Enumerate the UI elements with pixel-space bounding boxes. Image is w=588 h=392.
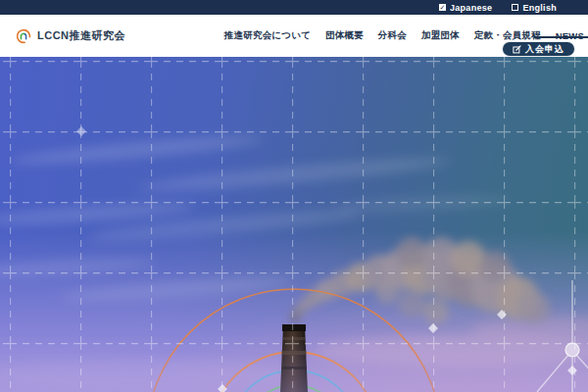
language-toggle-english[interactable]: English — [512, 3, 557, 13]
logo-ring-swirl-icon — [16, 28, 31, 44]
grid-overlay — [0, 57, 588, 392]
logo-text: LCCN推進研究会 — [37, 28, 125, 43]
checkbox-unchecked-icon[interactable] — [512, 4, 518, 11]
checkbox-checked-icon[interactable] — [439, 4, 446, 11]
node-circle — [565, 343, 579, 357]
nav-item-organization[interactable]: 団体概要 — [325, 29, 364, 42]
language-toggle-japanese[interactable]: Japanese — [439, 3, 492, 13]
join-button-label: 入会申込 — [525, 43, 564, 56]
language-label: English — [522, 3, 557, 13]
news-active-underline — [534, 36, 588, 38]
page: Japanese English LCCN推進研究会 推進研究会について 団体概… — [0, 0, 588, 392]
nav-item-subcommittee[interactable]: 分科会 — [378, 29, 407, 42]
site-header: LCCN推進研究会 推進研究会について 団体概要 分科会 加盟団体 定款・会員規… — [0, 15, 588, 57]
site-logo[interactable]: LCCN推進研究会 — [16, 28, 125, 44]
join-button[interactable]: 入会申込 — [502, 41, 575, 57]
language-label: Japanese — [450, 3, 492, 13]
hero-image — [0, 57, 588, 392]
application-form-icon — [513, 45, 521, 54]
nav-item-members[interactable]: 加盟団体 — [421, 29, 460, 42]
language-bar: Japanese English — [0, 0, 588, 15]
hero-art — [0, 57, 588, 392]
nav-item-about[interactable]: 推進研究会について — [224, 29, 311, 42]
